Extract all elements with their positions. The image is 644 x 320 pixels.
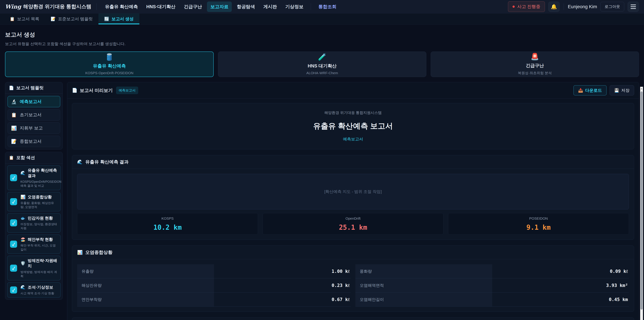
tab-report-list[interactable]: 📋 보고서 목록 bbox=[4, 14, 45, 24]
template-item-forecast[interactable]: 🔬 예측보고서 bbox=[8, 96, 60, 107]
section-toggle-spill-result[interactable]: ✓ 🌊 유출유 확산예측 결과 KOSPS/OpenDrift/POSEIDON… bbox=[7, 165, 60, 190]
model-card-poseidon: POSEIDON 9.1 km bbox=[448, 213, 629, 235]
report-org: 해양환경 위기대응 통합지원시스템 bbox=[76, 110, 630, 115]
nav-item-board[interactable]: 게시판 bbox=[260, 2, 280, 12]
main-content: 보고서 생성 보고서 유형을 선택하고 포함할 섹션을 구성하여 보고서를 생성… bbox=[0, 25, 644, 320]
wave-icon: 🌊 bbox=[20, 285, 26, 290]
model-results: KOSPS 10.2 km OpenDrift 25.1 km POSEIDON… bbox=[77, 213, 629, 235]
beach-icon: 🏖️ bbox=[20, 237, 26, 242]
section-list: ✓ 🌊 유출유 확산예측 결과 KOSPS/OpenDrift/POSEIDON… bbox=[5, 163, 62, 299]
clipboard-icon: 📋 bbox=[10, 17, 15, 21]
report-type-cards: 🛢️ 유출유 확산예측 KOSPS·OpenDrift·POSEIDON 🧪 H… bbox=[5, 52, 639, 77]
section-toggle-shoreline[interactable]: ✓ 🏖️ 해안부착 현황 해안 부착 위치, 시간, 오염 길이 bbox=[7, 235, 60, 254]
document-icon: 📄 bbox=[72, 88, 77, 93]
incident-dot-icon bbox=[512, 6, 515, 8]
templates-panel-header: 📄 보고서 템플릿 bbox=[5, 82, 62, 94]
section-toggle-tide-weather[interactable]: ✓ 🌊 조석·기상정보 사고 해역 조석·기상 현황 bbox=[7, 282, 60, 297]
scrollbar-up-arrow[interactable]: ▲ bbox=[640, 87, 643, 91]
nav-item-reports[interactable]: 보고자료 bbox=[207, 2, 232, 12]
template-item-initial[interactable]: 📋 초기보고서 bbox=[8, 109, 60, 121]
nav-item-weather[interactable]: 기상정보 bbox=[282, 2, 307, 12]
document-icon: 📄 bbox=[9, 86, 14, 90]
report-type-link: 예측보고서 bbox=[76, 136, 630, 142]
hamburger-menu-button[interactable] bbox=[628, 2, 639, 12]
clipboard-icon: 📋 bbox=[9, 155, 14, 160]
scrollbar-thumb[interactable] bbox=[640, 92, 643, 309]
tab-report-generate[interactable]: 🔄 보고서 생성 bbox=[98, 14, 139, 24]
incident-label: 사고 진행중 bbox=[517, 4, 540, 10]
download-button[interactable]: 📥 다운로드 bbox=[574, 85, 606, 96]
page-title: 보고서 생성 bbox=[5, 31, 639, 39]
preview-body: 해양환경 위기대응 통합지원시스템 유출유 확산예측 보고서 예측보고서 🌊 유… bbox=[67, 99, 639, 320]
user-name: Eunjeong Kim bbox=[568, 4, 597, 10]
table-row: 풍화량 0.09 kℓ bbox=[355, 264, 629, 278]
top-nav: Wing 해양환경 위기대응 통합시스템 유출유 확산예측 HNS·대기확산 긴… bbox=[0, 0, 644, 14]
table-row: 유출량 1.00 kℓ bbox=[77, 264, 351, 278]
app-title: 해양환경 위기대응 통합시스템 bbox=[23, 3, 92, 10]
hamburger-icon bbox=[630, 5, 636, 5]
section-toggle-sensitive[interactable]: ✓ 🐟 민감자원 현황 어장정보, 양식업, 환경생태 자원 bbox=[7, 213, 60, 233]
templates-panel: 📄 보고서 템플릿 🔬 예측보고서 📋 초기보고서 📊 지휘부 보고 bbox=[5, 82, 63, 150]
report-section-pollution: 📊 오염종합상황 유출량 1.00 kℓ 풍화량 0.09 kℓ bbox=[72, 245, 634, 312]
nav-item-hns[interactable]: HNS·대기확산 bbox=[143, 2, 179, 12]
bell-icon: 🔔 bbox=[551, 4, 557, 10]
section-toggle-response[interactable]: ✓ 🛡️ 방제전략·자원배치 방제방법, 방제자원 배치 계획 bbox=[7, 256, 60, 280]
sections-panel: 📋 포함 섹션 ✓ 🌊 유출유 확산예측 결과 KOSPS/OpenDrift/… bbox=[5, 152, 63, 300]
table-row: 오염해역면적 3.93 km² bbox=[355, 278, 629, 292]
oil-drum-icon: 🛢️ bbox=[105, 54, 114, 60]
memo-icon: 📝 bbox=[11, 139, 17, 144]
nav-item-portal[interactable]: 통합조회 bbox=[315, 2, 340, 12]
incident-status-badge[interactable]: 사고 진행중 bbox=[508, 1, 545, 12]
pollution-stats-table: 유출량 1.00 kℓ 풍화량 0.09 kℓ 해상잔유량 0.23 kℓ bbox=[77, 264, 629, 306]
template-item-command[interactable]: 📊 지휘부 보고 bbox=[8, 123, 60, 134]
report-type-rescue[interactable]: 🚨 긴급구난 복원성·좌초위험 분석 bbox=[431, 52, 639, 77]
checkbox-checked[interactable]: ✓ bbox=[10, 241, 17, 248]
notifications-button[interactable]: 🔔 bbox=[548, 2, 560, 12]
template-item-comprehensive[interactable]: 📝 종합보고서 bbox=[8, 136, 60, 147]
tab-report-template[interactable]: 📝 표준보고서 템플릿 bbox=[45, 14, 98, 24]
bar-chart-icon: 📊 bbox=[77, 250, 82, 255]
checkbox-checked[interactable]: ✓ bbox=[10, 286, 17, 293]
checkbox-checked[interactable]: ✓ bbox=[10, 265, 17, 272]
page-subtitle: 보고서 유형을 선택하고 포함할 섹션을 구성하여 보고서를 생성합니다. bbox=[5, 41, 639, 47]
report-tabbar: 📋 보고서 목록 📝 표준보고서 템플릿 🔄 보고서 생성 bbox=[0, 14, 644, 25]
app-logo: Wing 해양환경 위기대응 통합시스템 bbox=[5, 3, 92, 10]
preview-header: 📄 보고서 미리보기 예측보고서 📥 다운로드 💾 저장 bbox=[67, 82, 639, 99]
report-type-badge: 예측보고서 bbox=[116, 87, 138, 94]
report-section-spill-result: 🌊 유출유 확산예측 결과 [확산예측 지도 - 범위 조절 작업] KOSPS… bbox=[72, 155, 634, 240]
model-value: 25.1 km bbox=[339, 223, 367, 231]
microscope-icon: 🔬 bbox=[11, 99, 17, 104]
table-row: 오염해안길이 0.45 km bbox=[355, 292, 629, 306]
report-section-sensitive: 🐟 민감자원 현황 반경 10 NM 기준 마을어업 131ha 복합양식업 3… bbox=[72, 317, 634, 320]
checkbox-checked[interactable]: ✓ bbox=[10, 198, 17, 205]
test-tube-icon: 🧪 bbox=[318, 54, 326, 60]
save-button[interactable]: 💾 저장 bbox=[610, 85, 634, 96]
logo-wing-mark: Wing bbox=[5, 3, 21, 10]
nav-item-aerial-search[interactable]: 항공탐색 bbox=[234, 2, 258, 12]
model-value: 10.2 km bbox=[154, 223, 182, 231]
report-title-block: 해양환경 위기대응 통합지원시스템 유출유 확산예측 보고서 예측보고서 bbox=[72, 103, 634, 149]
bar-chart-icon: 📊 bbox=[20, 195, 26, 199]
report-type-hns[interactable]: 🧪 HNS 대기확산 ALOHA·WRF-Chem bbox=[218, 52, 426, 77]
nav-right-group: 사고 진행중 🔔 Eunjeong Kim 로그아웃 bbox=[508, 1, 639, 12]
nav-item-rescue[interactable]: 긴급구난 bbox=[180, 2, 205, 12]
nav-divider bbox=[311, 3, 311, 10]
section-toggle-pollution[interactable]: ✓ 📊 오염종합상황 유출량, 풍화량, 해상잔유량, 오염면적 bbox=[7, 192, 60, 211]
wave-icon: 🌊 bbox=[77, 159, 82, 165]
siren-icon: 🚨 bbox=[531, 53, 539, 60]
bar-chart-icon: 📊 bbox=[11, 126, 17, 131]
table-row: 해상잔유량 0.23 kℓ bbox=[77, 278, 351, 292]
logout-button[interactable]: 로그아웃 bbox=[600, 2, 624, 12]
memo-icon: 📝 bbox=[51, 17, 56, 21]
nav-item-oil-spill[interactable]: 유출유 확산예측 bbox=[102, 2, 142, 12]
model-value: 9.1 km bbox=[526, 223, 551, 231]
shield-icon: 🛡️ bbox=[20, 261, 26, 266]
forecast-map-placeholder: [확산예측 지도 - 범위 조절 작업] bbox=[77, 174, 629, 209]
checkbox-checked[interactable]: ✓ bbox=[10, 174, 17, 181]
checkbox-checked[interactable]: ✓ bbox=[10, 219, 17, 226]
report-type-oil-spill[interactable]: 🛢️ 유출유 확산예측 KOSPS·OpenDrift·POSEIDON bbox=[5, 52, 214, 77]
report-title: 유출유 확산예측 보고서 bbox=[76, 121, 630, 131]
preview-title: 보고서 미리보기 bbox=[80, 87, 113, 94]
preview-scrollbar[interactable]: ▲ bbox=[640, 87, 643, 320]
clipboard-icon: 📋 bbox=[11, 112, 17, 118]
